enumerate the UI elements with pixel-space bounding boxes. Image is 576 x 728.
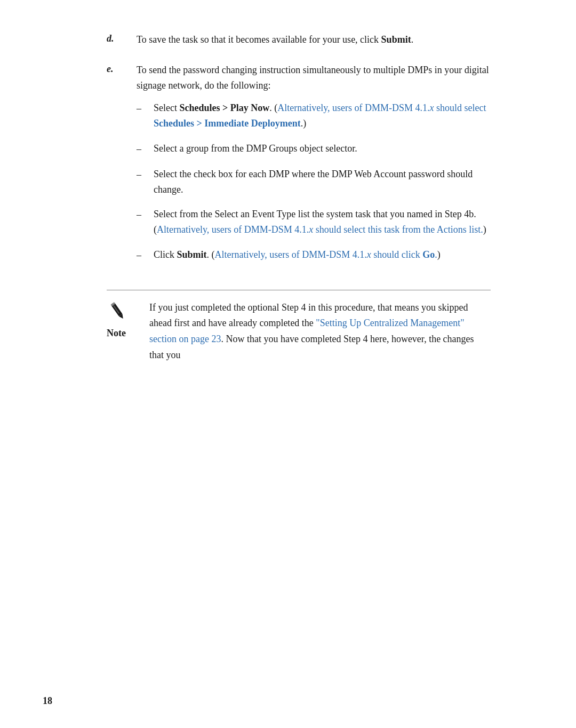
step-e-text: To send the password changing instructio… xyxy=(137,65,489,91)
step-d-content: To save the task so that it becomes avai… xyxy=(137,32,491,48)
sub-item-1: – Select Schedules > Play Now. (Alternat… xyxy=(137,100,491,131)
sub-item-4: – Select from the Select an Event Type l… xyxy=(137,207,491,238)
submit-bold-d: Submit xyxy=(381,34,411,45)
step-e-content: To send the password changing instructio… xyxy=(137,62,491,273)
step-d: d. To save the task so that it becomes a… xyxy=(107,32,491,48)
note-pencil-icon xyxy=(107,300,129,322)
dash-4: – xyxy=(137,207,148,223)
dash-2: – xyxy=(137,141,148,157)
sub-item-2: – Select a group from the DMP Groups obj… xyxy=(137,141,491,157)
note-section: Note If you just completed the optional … xyxy=(107,290,491,363)
alt-link-3[interactable]: Alternatively, users of DMM-DSM 4.1.x sh… xyxy=(215,249,437,260)
dash-5: – xyxy=(137,247,148,263)
sub-content-3: Select the check box for each DMP where … xyxy=(154,167,491,197)
sub-items-list: – Select Schedules > Play Now. (Alternat… xyxy=(137,100,491,263)
schedules-play-now-bold: Schedules > Play Now xyxy=(179,102,269,113)
go-bold: Go xyxy=(422,249,435,260)
note-label: Note xyxy=(107,328,126,339)
step-d-label: d. xyxy=(107,32,128,44)
sub-item-3: – Select the check box for each DMP wher… xyxy=(137,167,491,197)
sub-item-5: – Click Submit. (Alternatively, users of… xyxy=(137,247,491,263)
step-d-text: To save the task so that it becomes avai… xyxy=(137,34,413,45)
schedules-immediate-bold: Schedules > Immediate Deployment xyxy=(154,118,301,129)
submit-bold-e: Submit xyxy=(177,249,207,260)
dash-1: – xyxy=(137,100,148,116)
note-content: If you just completed the optional Step … xyxy=(149,300,491,363)
step-e-label: e. xyxy=(107,62,128,75)
sub-content-5: Click Submit. (Alternatively, users of D… xyxy=(154,247,491,263)
alt-link-2[interactable]: Alternatively, users of DMM-DSM 4.1.x sh… xyxy=(157,224,483,235)
note-icon-area: Note xyxy=(107,300,149,339)
dash-3: – xyxy=(137,167,148,183)
page-container: d. To save the task so that it becomes a… xyxy=(0,0,576,728)
sub-content-2: Select a group from the DMP Groups objec… xyxy=(154,141,491,156)
page-number: 18 xyxy=(43,695,52,707)
sub-content-1: Select Schedules > Play Now. (Alternativ… xyxy=(154,100,491,131)
sub-content-4: Select from the Select an Event Type lis… xyxy=(154,207,491,238)
content-area: d. To save the task so that it becomes a… xyxy=(107,32,491,363)
step-e: e. To send the password changing instruc… xyxy=(107,62,491,273)
